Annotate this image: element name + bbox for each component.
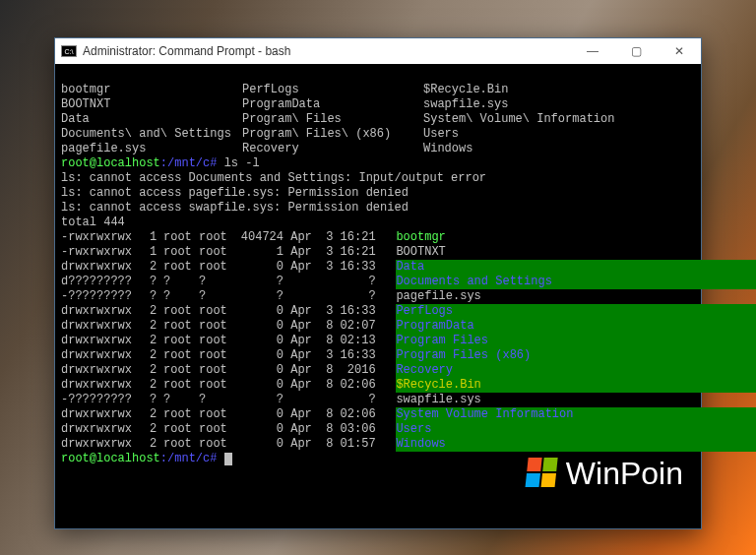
ls-entry: -rwxrwxrwx1rootroot404724 Apr 3 16:21 bo… <box>61 230 695 245</box>
ls-column-row: pagefile.sysRecoveryWindows <box>61 142 695 156</box>
winpoin-logo-icon <box>525 458 559 489</box>
prompt-cmd: ls -l <box>217 156 259 170</box>
window-title: Administrator: Command Prompt - bash <box>83 44 571 58</box>
ls-column-row: DataProgram\ FilesSystem\ Volume\ Inform… <box>61 112 695 127</box>
ls-entry: drwxrwxrwx2rootroot0 Apr 8 02:06 System … <box>61 407 695 422</box>
ls-entry: -rwxrwxrwx1rootroot1 Apr 3 16:21 BOOTNXT <box>61 245 695 260</box>
close-button[interactable]: ✕ <box>658 38 701 64</box>
ls-entry: drwxrwxrwx2rootroot0 Apr 8 2016 Recovery <box>61 363 695 378</box>
prompt-user: root@localhost <box>61 452 160 465</box>
ls-entry: -????????????? ? swapfile.sys <box>61 393 695 407</box>
ls-column-row: BOOTNXTProgramDataswapfile.sys <box>61 97 695 112</box>
ls-entry: d????????????? ? Documents and Settings <box>61 275 695 289</box>
ls-entry: drwxrwxrwx2rootroot0 Apr 8 02:06 $Recycl… <box>61 378 695 393</box>
error-line: ls: cannot access pagefile.sys: Permissi… <box>61 186 695 201</box>
ls-entry: drwxrwxrwx2rootroot0 Apr 8 01:57 Windows <box>61 437 695 452</box>
prompt-path: :/mnt/c# <box>160 452 218 465</box>
ls-entry: -????????????? ? pagefile.sys <box>61 289 695 304</box>
error-line: ls: cannot access swapfile.sys: Permissi… <box>61 201 695 216</box>
ls-entry: drwxrwxrwx2rootroot0 Apr 3 16:33 Data <box>61 260 695 275</box>
ls-entry: drwxrwxrwx2rootroot0 Apr 8 03:06 Users <box>61 422 695 437</box>
maximize-button[interactable]: ▢ <box>614 38 658 64</box>
ls-entry: drwxrwxrwx2rootroot0 Apr 3 16:33 PerfLog… <box>61 304 695 319</box>
ls-entry: drwxrwxrwx2rootroot0 Apr 3 16:33 Program… <box>61 348 695 363</box>
error-line: ls: cannot access Documents and Settings… <box>61 171 695 186</box>
terminal-window: C:\ Administrator: Command Prompt - bash… <box>54 37 702 529</box>
cursor <box>224 453 232 465</box>
ls-entry: drwxrwxrwx2rootroot0 Apr 8 02:07 Program… <box>61 319 695 334</box>
minimize-button[interactable]: — <box>571 38 614 64</box>
prompt-user: root@localhost <box>61 156 160 170</box>
ls-column-row: bootmgrPerfLogs$Recycle.Bin <box>61 83 695 97</box>
terminal-output[interactable]: bootmgrPerfLogs$Recycle.BinBOOTNXTProgra… <box>55 64 701 528</box>
prompt-cmd <box>217 452 223 465</box>
prompt-path: :/mnt/c# <box>160 156 218 170</box>
cmd-icon: C:\ <box>61 45 77 57</box>
ls-column-row: Documents\ and\ SettingsProgram\ Files\ … <box>61 127 695 142</box>
ls-entry: drwxrwxrwx2rootroot0 Apr 8 02:13 Program… <box>61 334 695 348</box>
total-line: total 444 <box>61 216 695 230</box>
watermark: WinPoin <box>527 458 683 489</box>
titlebar[interactable]: C:\ Administrator: Command Prompt - bash… <box>55 38 701 64</box>
